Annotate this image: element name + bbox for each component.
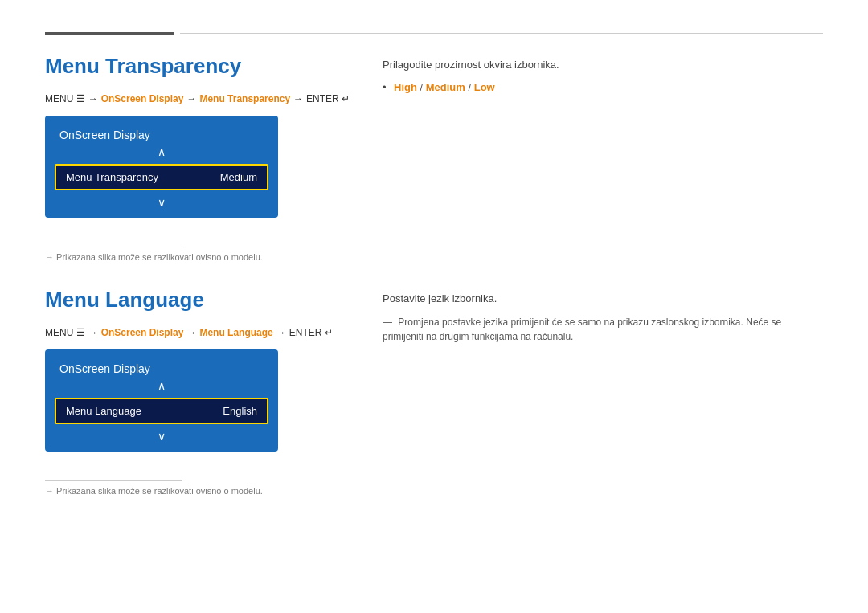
osd-panel-1-chevron-up: ∧ xyxy=(45,145,278,159)
osd-panel-1-title: OnScreen Display xyxy=(45,124,278,145)
top-divider xyxy=(45,32,823,35)
section1-description: Prilagodite prozirnost okvira izbornika. xyxy=(383,57,823,73)
section2-right: Postavite jezik izbornika. ― Promjena po… xyxy=(383,288,823,452)
osd-panel-1: OnScreen Display ∧ Menu Transparency Med… xyxy=(45,116,278,218)
section1-title: Menu Transparency xyxy=(45,54,350,79)
osd-panel-1-chevron-down: ∨ xyxy=(45,195,278,210)
section2-description: Postavite jezik izbornika. xyxy=(383,291,823,307)
breadcrumb-arrow2: → xyxy=(186,93,196,104)
divider-thin xyxy=(180,33,823,34)
osd-panel-2-title: OnScreen Display xyxy=(45,358,278,378)
option-list-item-1: High / Medium / Low xyxy=(383,81,823,93)
breadcrumb-enter: ENTER ↵ xyxy=(306,93,350,104)
breadcrumb2-arrow3: → xyxy=(276,327,286,338)
breadcrumb-arrow3: → xyxy=(293,93,303,104)
breadcrumb2-menu-language: Menu Language xyxy=(199,327,272,338)
section1-options: High / Medium / Low xyxy=(383,81,823,93)
section1-separator xyxy=(45,247,182,247)
breadcrumb-menu-transparency: Menu Transparency xyxy=(199,93,290,104)
breadcrumb2-enter: ENTER ↵ xyxy=(289,327,333,338)
menu-icon: MENU ☰ xyxy=(45,93,85,104)
section1-breadcrumb: MENU ☰ → OnScreen Display → Menu Transpa… xyxy=(45,93,350,104)
section1-footnote: → Prikazana slika može se razlikovati ov… xyxy=(45,252,823,262)
breadcrumb-menu-label: MENU ☰ xyxy=(45,93,85,104)
breadcrumb2-arrow2: → xyxy=(186,327,196,338)
osd-row-2-label: Menu Language xyxy=(66,405,141,417)
breadcrumb-onscreen-display: OnScreen Display xyxy=(101,93,184,104)
section2-left: Menu Language MENU ☰ → OnScreen Display … xyxy=(45,288,350,452)
option-medium: Medium xyxy=(426,81,465,93)
osd-row-1-label: Menu Transparency xyxy=(66,171,158,183)
option-high: High xyxy=(394,81,417,93)
breadcrumb2-onscreen-display: OnScreen Display xyxy=(101,327,184,338)
osd-row-2-value: English xyxy=(223,405,257,417)
breadcrumb-arrow1: → xyxy=(88,93,98,104)
osd-panel-2-row: Menu Language English xyxy=(55,398,268,424)
section2-note-block: ― Promjena postavke jezika primijenit će… xyxy=(383,315,823,344)
breadcrumb2-menu-label: MENU ☰ xyxy=(45,327,85,338)
divider-thick xyxy=(45,32,174,35)
section2-title: Menu Language xyxy=(45,288,350,313)
breadcrumb2-arrow1: → xyxy=(88,327,98,338)
osd-panel-1-row: Menu Transparency Medium xyxy=(55,164,268,190)
section1-right: Prilagodite prozirnost okvira izbornika.… xyxy=(383,54,823,218)
osd-panel-2-chevron-down: ∨ xyxy=(45,429,278,443)
osd-panel-2-chevron-up: ∧ xyxy=(45,378,278,393)
section2-footnote: → Prikazana slika može se razlikovati ov… xyxy=(45,486,823,496)
note-symbol: ― xyxy=(383,317,392,328)
section-menu-language: Menu Language MENU ☰ → OnScreen Display … xyxy=(45,288,823,452)
osd-panel-2: OnScreen Display ∧ Menu Language English… xyxy=(45,349,278,452)
section1-left: Menu Transparency MENU ☰ → OnScreen Disp… xyxy=(45,54,350,218)
option-sep-2: / xyxy=(469,81,474,93)
section2-note: Promjena postavke jezika primijenit će s… xyxy=(383,317,781,342)
osd-row-1-value: Medium xyxy=(220,171,257,183)
option-sep-1: / xyxy=(420,81,426,93)
section2-breadcrumb: MENU ☰ → OnScreen Display → Menu Languag… xyxy=(45,327,350,338)
section2-separator xyxy=(45,480,182,481)
section-menu-transparency: Menu Transparency MENU ☰ → OnScreen Disp… xyxy=(45,54,823,218)
page-container: Menu Transparency MENU ☰ → OnScreen Disp… xyxy=(0,0,868,554)
option-low: Low xyxy=(474,81,495,93)
